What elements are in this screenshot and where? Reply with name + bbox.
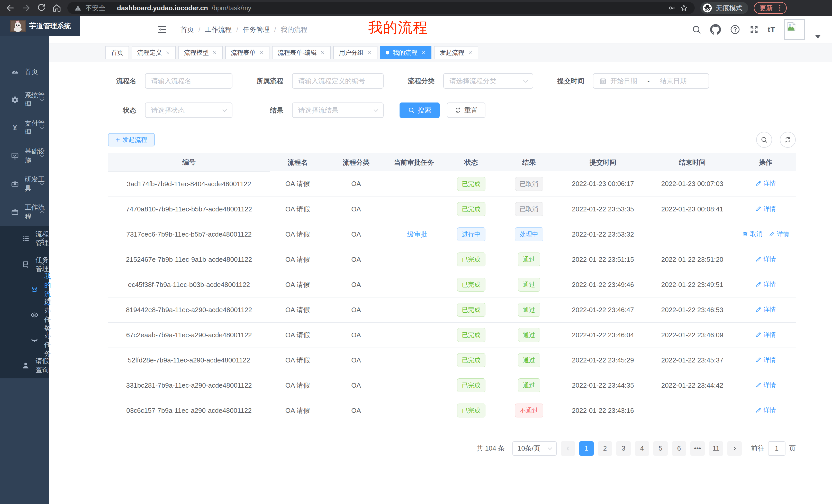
tab-user-group[interactable]: 用户分组	[333, 46, 378, 59]
sidebar-item-label: 请假查询	[35, 357, 49, 374]
row-action-detail[interactable]: 详情	[755, 255, 776, 263]
bookmark-star-icon[interactable]	[680, 4, 688, 12]
breadcrumb-item[interactable]: 首页	[181, 25, 194, 34]
sidebar-item-label: 系统管理	[25, 91, 49, 109]
avatar[interactable]	[784, 19, 805, 40]
page-button-6[interactable]: 6	[672, 441, 686, 456]
result-select[interactable]: 请选择流结果	[292, 103, 384, 118]
breadcrumb-item[interactable]: 工作流程	[205, 25, 232, 34]
page-button-1[interactable]: 1	[579, 441, 594, 456]
address-bar[interactable]: 不安全 dashboard.yudao.iocoder.cn/bpm/task/…	[67, 2, 695, 14]
tab-label: 流程表单	[231, 49, 256, 57]
process-definition-input[interactable]: 请输入流程定义的编号	[292, 73, 384, 89]
row-action-detail[interactable]: 详情	[755, 280, 776, 288]
row-action-detail[interactable]: 详情	[755, 356, 776, 364]
reset-button[interactable]: 重置	[447, 103, 486, 118]
cell-end-time: 2022-01-22 23:46:09	[649, 323, 735, 347]
row-action-detail[interactable]: 详情	[755, 381, 776, 389]
next-page-button[interactable]	[727, 441, 742, 456]
cell-end-time	[649, 398, 735, 423]
show-search-button[interactable]	[756, 132, 772, 148]
trash-icon	[742, 231, 748, 237]
help-icon[interactable]	[730, 24, 740, 35]
tab-process-form-edit[interactable]: 流程表单-编辑	[272, 46, 331, 59]
search-button[interactable]: 搜索	[399, 103, 440, 118]
tab-process-form[interactable]: 流程表单	[225, 46, 269, 59]
sidebar-item-workflow[interactable]: 工作流程	[0, 198, 49, 226]
forward-icon[interactable]	[21, 3, 31, 13]
cell-result: 通过	[501, 272, 557, 297]
font-size-icon[interactable]: tT	[768, 25, 775, 34]
url-path: /bpm/task/my	[212, 4, 252, 12]
cell-current-task	[387, 373, 441, 398]
process-name-input[interactable]: 请输入流程名	[145, 73, 232, 89]
category-select[interactable]: 请选择流程分类	[443, 73, 533, 89]
refresh-table-button[interactable]	[780, 132, 796, 148]
breadcrumb-item[interactable]: 任务管理	[243, 25, 269, 34]
page-button-4[interactable]: 4	[635, 441, 649, 456]
sidebar-item-home[interactable]: 首页	[0, 58, 49, 86]
app-logo[interactable]: 芋道管理系统	[0, 16, 80, 36]
sidebar-item-system[interactable]: 系统管理	[0, 86, 49, 114]
browser-update-button[interactable]: 更新	[754, 2, 787, 14]
breadcrumb-separator: /	[199, 26, 200, 34]
row-action-cancel[interactable]: 取消	[742, 230, 762, 238]
page-size-select[interactable]: 10条/页	[513, 441, 557, 456]
more-pages-button[interactable]: •••	[690, 441, 705, 456]
sidebar-item-infrastructure[interactable]: 基础设施	[0, 142, 49, 170]
close-icon	[468, 50, 473, 55]
sidebar-item-todo-tasks[interactable]: 待办任务	[0, 302, 49, 328]
sidebar-item-my-process[interactable]: 我的流程	[0, 277, 49, 302]
date-range-picker[interactable]: 开始日期 - 结束日期	[593, 73, 709, 89]
back-icon[interactable]	[6, 3, 16, 13]
row-action-detail[interactable]: 详情	[755, 331, 776, 339]
prev-page-button[interactable]	[561, 441, 575, 456]
page-button-5[interactable]: 5	[653, 441, 668, 456]
status-select[interactable]: 请选择状态	[145, 103, 232, 118]
sidebar-item-task-mgmt[interactable]: 任务管理	[0, 251, 49, 277]
cell-submit-time: 2022-01-22 23:53:32	[557, 222, 649, 247]
result-badge: 已取消	[515, 202, 543, 216]
tab-start-process[interactable]: 发起流程	[434, 46, 478, 59]
result-badge: 通过	[518, 303, 540, 317]
dashboard-icon	[11, 68, 19, 76]
fullscreen-icon[interactable]	[749, 25, 759, 34]
sidebar-item-devtools[interactable]: 研发工具	[0, 170, 49, 198]
row-action-detail[interactable]: 详情	[769, 230, 789, 238]
home-icon[interactable]	[52, 3, 62, 13]
row-action-detail[interactable]: 详情	[755, 179, 776, 188]
sidebar-item-done-tasks[interactable]: 已办任务	[0, 328, 49, 353]
date-end-placeholder: 结束日期	[660, 77, 687, 86]
reload-icon[interactable]	[36, 3, 46, 13]
create-process-button[interactable]: + 发起流程	[108, 133, 155, 146]
page-button-3[interactable]: 3	[616, 441, 631, 456]
tab-process-model[interactable]: 流程模型	[178, 46, 223, 59]
key-icon[interactable]	[668, 4, 676, 12]
sidebar-item-payment[interactable]: ¥支付管理	[0, 114, 49, 142]
warning-icon	[74, 4, 82, 12]
filter-status-label: 状态	[108, 106, 136, 115]
sidebar-fold-icon[interactable]	[157, 24, 167, 35]
avatar-caret-icon[interactable]	[815, 35, 821, 38]
result-badge: 已取消	[515, 177, 543, 191]
tab-my-process[interactable]: 我的流程	[380, 46, 432, 59]
page-button-11[interactable]: 11	[709, 441, 723, 456]
goto-page-input[interactable]	[768, 441, 785, 456]
kebab-menu-icon[interactable]	[777, 5, 783, 11]
row-action-detail[interactable]: 详情	[755, 305, 776, 314]
row-action-detail[interactable]: 详情	[755, 205, 776, 213]
breadcrumb-separator: /	[236, 26, 238, 34]
tab-home[interactable]: 首页	[105, 46, 129, 59]
page-button-2[interactable]: 2	[598, 441, 612, 456]
row-action-detail[interactable]: 详情	[755, 406, 776, 414]
sidebar-item-process-mgmt[interactable]: 流程管理	[0, 226, 49, 251]
search-icon[interactable]	[692, 25, 701, 34]
github-icon[interactable]	[710, 24, 721, 35]
sidebar-item-leave-query[interactable]: 请假查询	[0, 353, 49, 379]
cell-current-task: 一级审批	[387, 222, 441, 247]
task-link[interactable]: 一级审批	[400, 230, 427, 238]
action-label: 详情	[777, 230, 789, 238]
result-badge: 不通过	[515, 403, 543, 417]
eye-closed-icon	[30, 336, 38, 344]
tab-process-definition[interactable]: 流程定义	[132, 46, 176, 59]
